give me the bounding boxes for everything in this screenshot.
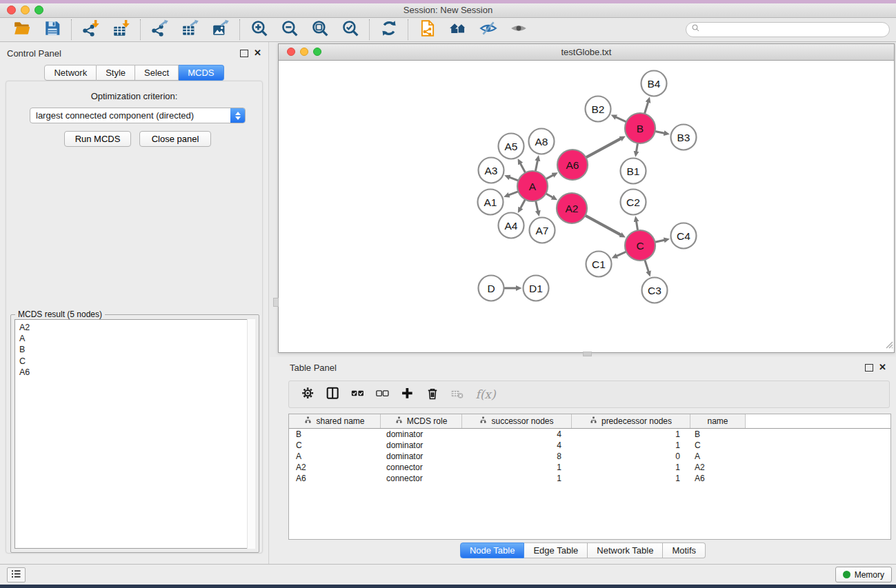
- column-header-shared-name[interactable]: shared name: [289, 414, 381, 428]
- table-cell[interactable]: connector: [381, 462, 462, 473]
- network-canvas[interactable]: B4B2BB3A5A8A6B1A3AC2A1A2A4A7C4CC1DD1C3: [279, 60, 894, 352]
- table-cell[interactable]: A: [690, 451, 746, 462]
- export-image-button[interactable]: [206, 19, 236, 41]
- result-list-scrollbar[interactable]: [247, 319, 255, 549]
- table-close-icon[interactable]: ✕: [879, 363, 886, 372]
- column-header-predecessor-nodes[interactable]: predecessor nodes: [572, 414, 690, 428]
- table-cell[interactable]: 1: [572, 473, 690, 484]
- graph-node-C4[interactable]: C4: [671, 223, 697, 249]
- mcds-result-item[interactable]: B: [15, 344, 255, 355]
- graph-node-C[interactable]: C: [625, 230, 655, 261]
- table-cell[interactable]: B: [690, 429, 746, 440]
- tab-node-table[interactable]: Node Table: [460, 543, 525, 558]
- mcds-result-item[interactable]: A6: [15, 367, 255, 378]
- zoom-fit-button[interactable]: [305, 19, 335, 41]
- graph-node-B1[interactable]: B1: [621, 159, 646, 184]
- table-cell[interactable]: A2: [289, 462, 381, 473]
- table-row[interactable]: Adominator80A: [289, 451, 890, 462]
- graph-node-A4[interactable]: A4: [499, 213, 524, 239]
- mcds-result-item[interactable]: A2: [15, 322, 255, 333]
- table-cell[interactable]: 4: [462, 440, 572, 451]
- table-cell[interactable]: 1: [572, 440, 690, 451]
- unchecked-pair-button[interactable]: [370, 383, 395, 405]
- graph-node-C2[interactable]: C2: [621, 190, 646, 215]
- open-file-button[interactable]: [7, 19, 37, 41]
- resize-grip-icon[interactable]: [884, 339, 893, 352]
- table-cell[interactable]: 0: [572, 451, 690, 462]
- graph-node-A1[interactable]: A1: [478, 190, 504, 215]
- criterion-dropdown[interactable]: largest connected component (directed): [30, 108, 246, 123]
- tab-mcds[interactable]: MCDS: [179, 65, 223, 81]
- table-cell[interactable]: C: [289, 440, 381, 451]
- table-cell[interactable]: A6: [289, 473, 381, 484]
- plus-button[interactable]: [395, 383, 420, 405]
- table-cell[interactable]: 8: [462, 451, 572, 462]
- table-cell[interactable]: A: [289, 451, 381, 462]
- column-header-successor-nodes[interactable]: successor nodes: [462, 414, 572, 428]
- tab-network-table[interactable]: Network Table: [588, 543, 663, 558]
- splitter-handle-bottom[interactable]: [583, 352, 592, 356]
- table-cell[interactable]: 1: [572, 429, 690, 440]
- columns-button[interactable]: [321, 383, 346, 405]
- float-panel-icon[interactable]: [240, 50, 248, 57]
- graph-node-A8[interactable]: A8: [529, 129, 555, 154]
- graph-node-B[interactable]: B: [625, 113, 655, 143]
- table-cell[interactable]: A6: [690, 473, 746, 484]
- table-cell[interactable]: 1: [572, 462, 690, 473]
- column-header-name[interactable]: name: [690, 414, 746, 428]
- run-mcds-button[interactable]: Run MCDS: [64, 131, 131, 147]
- checked-pair-button[interactable]: [346, 383, 370, 405]
- column-header-MCDS-role[interactable]: MCDS role: [381, 414, 462, 428]
- table-cell[interactable]: B: [289, 429, 381, 440]
- trash-button[interactable]: [420, 383, 445, 405]
- import-table-button[interactable]: [106, 19, 137, 41]
- search-field[interactable]: [686, 22, 890, 37]
- splitter-handle-left[interactable]: [273, 298, 279, 307]
- tab-motifs[interactable]: Motifs: [663, 543, 706, 558]
- close-panel-icon[interactable]: ✕: [254, 49, 261, 57]
- graph-node-B2[interactable]: B2: [586, 97, 611, 122]
- save-session-button[interactable]: [37, 19, 68, 41]
- mcds-result-item[interactable]: C: [15, 356, 255, 367]
- network-file-button[interactable]: [412, 19, 443, 41]
- table-cell[interactable]: 1: [462, 473, 572, 484]
- table-row[interactable]: A2connector11A2: [289, 462, 890, 473]
- eye-slash-button[interactable]: [473, 19, 504, 41]
- table-row[interactable]: Cdominator41C: [289, 440, 890, 451]
- refresh-view-button[interactable]: [374, 19, 404, 41]
- tab-style[interactable]: Style: [97, 65, 135, 81]
- zoom-out-button[interactable]: [275, 19, 305, 41]
- graph-node-A2[interactable]: A2: [557, 193, 587, 223]
- search-input[interactable]: [704, 23, 889, 36]
- graph-node-A[interactable]: A: [517, 171, 548, 201]
- zoom-in-button[interactable]: [244, 19, 275, 41]
- eye-button[interactable]: [504, 19, 534, 41]
- home-pair-button[interactable]: [443, 19, 473, 41]
- zoom-selected-button[interactable]: [335, 19, 366, 41]
- table-cell[interactable]: dominator: [381, 440, 462, 451]
- import-network-button[interactable]: [76, 19, 106, 41]
- gear-button[interactable]: [296, 383, 321, 405]
- graph-node-C1[interactable]: C1: [586, 252, 612, 277]
- export-network-button[interactable]: [145, 19, 175, 41]
- graph-node-A7[interactable]: A7: [530, 218, 555, 243]
- graph-node-B3[interactable]: B3: [671, 125, 697, 150]
- mcds-result-item[interactable]: A: [15, 333, 255, 344]
- table-cell[interactable]: dominator: [381, 451, 462, 462]
- graph-node-A6[interactable]: A6: [557, 150, 588, 180]
- graph-node-B4[interactable]: B4: [641, 71, 667, 97]
- export-table-button[interactable]: [175, 19, 206, 41]
- tab-network[interactable]: Network: [44, 65, 97, 81]
- table-row[interactable]: Bdominator41B: [289, 429, 890, 440]
- task-history-button[interactable]: [7, 567, 26, 582]
- table-cell[interactable]: A2: [690, 462, 746, 473]
- close-panel-button[interactable]: Close panel: [139, 131, 211, 147]
- graph-node-D[interactable]: D: [479, 276, 504, 301]
- tab-select[interactable]: Select: [135, 65, 179, 81]
- table-cell[interactable]: connector: [381, 473, 462, 484]
- graph-node-A3[interactable]: A3: [479, 158, 504, 183]
- table-cell[interactable]: dominator: [381, 429, 462, 440]
- table-cell[interactable]: 1: [462, 462, 572, 473]
- table-cell[interactable]: 4: [462, 429, 572, 440]
- table-float-icon[interactable]: [865, 364, 873, 372]
